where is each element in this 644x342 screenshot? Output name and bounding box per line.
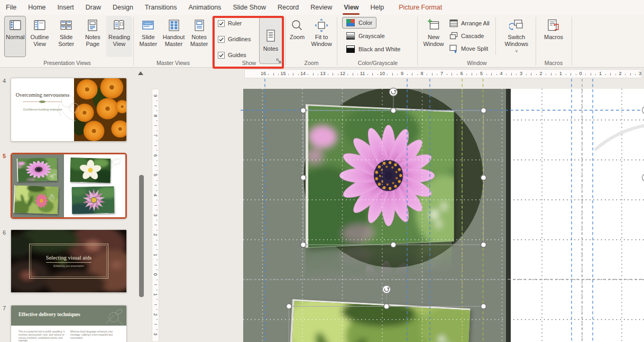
group-separator [536,17,536,66]
reading-view-button[interactable]: Reading View [106,16,132,57]
arrange-all-icon [449,19,458,28]
tab-review[interactable]: Review [305,0,338,15]
tab-file[interactable]: File [0,0,22,15]
slide-canvas[interactable] [243,89,644,342]
ruler-number: 2 [153,312,158,317]
cascade-button[interactable]: Cascade [447,30,491,42]
group-separator [572,17,572,66]
zoom-button[interactable]: Zoom [288,16,306,57]
black-and-white-icon [346,45,355,53]
ruler-number: 7 [153,133,158,138]
outline-view-button[interactable]: Outline View [26,16,52,57]
tab-design[interactable]: Design [107,0,139,15]
tab-home[interactable]: Home [22,0,51,15]
new-window-icon [427,19,440,32]
slide-thumbnail-5-selected[interactable] [11,153,127,219]
dropdown-chevron-icon: ˅ [515,49,518,54]
fit-to-window-icon [315,19,328,32]
tab-help[interactable]: Help [364,0,390,15]
group-color-grayscale: Color Grayscale Black and White Color/Gr… [339,15,417,68]
slide6-title-frame: Selecting visual aids Enhancing your pre… [29,244,108,279]
powerpoint-window: FileHomeInsertDrawDesignTransitionsAnima… [0,0,644,342]
scroll-up-arrow[interactable] [138,71,143,75]
ribbon-tab-bar: FileHomeInsertDrawDesignTransitionsAnima… [0,0,644,15]
ruler-number: 16 [258,71,269,76]
group-window: New Window Arrange All Cascade Move Spli… [419,15,535,68]
tab-slide-show[interactable]: Slide Show [227,0,272,15]
ruler-number: 2 [615,71,625,76]
slide-master-button[interactable]: Slide Master [136,16,161,57]
ruler-number: 2 [536,71,546,76]
group-separator [285,17,286,66]
black-and-white-button[interactable]: Black and White [342,43,404,55]
group-presentation-views: Normal Outline View Slide Sorter Notes P… [2,15,132,68]
dialog-launcher-icon [276,58,281,63]
ruler-number: 11 [357,71,368,76]
notes-icon [264,29,277,43]
selected-picture-daisy[interactable] [306,104,454,248]
tab-picture-format[interactable]: Picture Format [393,0,448,15]
tab-insert[interactable]: Insert [52,0,80,15]
switch-windows-button[interactable]: Switch Windows ˅ [499,16,534,57]
move-split-button[interactable]: Move Split [447,42,491,55]
slide-thumbnail-7[interactable]: Effective delivery techniques This is a … [11,305,127,342]
ruler-number: 1 [153,252,158,257]
reading-view-icon [112,19,126,32]
slide4-text-block: Overcoming nervousness Confidence-buildi… [11,78,74,141]
ruler-number: 9 [153,93,158,98]
ruler-number: 3 [153,331,158,337]
macros-button[interactable]: Macros [542,16,565,57]
ruler-number: 3 [635,71,644,76]
sidebar-scrollbar[interactable] [139,175,144,297]
ruler-number: 1 [556,71,566,76]
fit-to-window-button[interactable]: Fit to Window [307,16,336,57]
tab-record[interactable]: Record [272,0,305,15]
arrange-all-button[interactable]: Arrange All [447,17,491,30]
ruler-number: 6 [153,153,158,158]
slide-number-5: 5 [3,153,6,159]
handout-master-button[interactable]: Handout Master [161,16,187,57]
group-macros: Macros Macros [537,15,570,68]
horizontal-ruler: 161514131211109876543210123 [244,69,642,78]
group-separator [417,17,418,66]
ribbon: Normal Outline View Slide Sorter Notes P… [0,15,644,68]
ruler-number: 6 [456,71,467,76]
ruler-number: 3 [153,212,158,218]
new-window-button[interactable]: New Window [420,16,447,57]
slide5-right-panel [64,154,125,217]
tab-view[interactable]: View [338,0,364,15]
color-icon [346,19,355,26]
slide-number-6: 6 [3,229,6,236]
ruler-checkbox[interactable]: Ruler [218,18,259,29]
show-dialog-launcher[interactable] [276,56,281,66]
guides-checkbox[interactable]: Guides [218,50,259,60]
slide-number-7: 7 [3,305,6,311]
flower-lineart-icon [95,307,124,326]
macros-icon [546,19,561,32]
ruler-number: 5 [153,172,158,178]
tab-animations[interactable]: Animations [183,0,227,15]
slide-sorter-button[interactable]: Slide Sorter [53,16,79,57]
tab-transitions[interactable]: Transitions [139,0,183,15]
slide-thumbnail-6[interactable]: Selecting visual aids Enhancing your pre… [11,229,127,293]
ruler-number: 7 [437,71,447,76]
slide-thumbnail-4[interactable]: Overcoming nervousness Confidence-buildi… [11,78,127,142]
color-button[interactable]: Color [342,17,376,29]
ruler-number: 9 [397,71,408,76]
normal-view-button[interactable]: Normal [4,16,26,57]
ruler-number: 12 [337,71,348,76]
gridlines-checkbox[interactable]: Gridlines [218,34,259,44]
ruler-number: 0 [153,272,158,277]
ruler-number: 8 [417,71,427,76]
notes-master-button[interactable]: Notes Master [187,16,211,57]
slide-sorter-icon [59,19,73,32]
ruler-number: 10 [377,71,388,76]
group-separator [212,17,213,66]
ruler-number: 15 [278,71,289,76]
ruler-number: 2 [153,232,158,237]
notes-page-button[interactable]: Notes Page [80,16,106,57]
tab-draw[interactable]: Draw [80,0,107,15]
ruler-number: 5 [476,71,487,76]
grayscale-button[interactable]: Grayscale [342,30,389,42]
ruler-number: 4 [153,192,158,198]
